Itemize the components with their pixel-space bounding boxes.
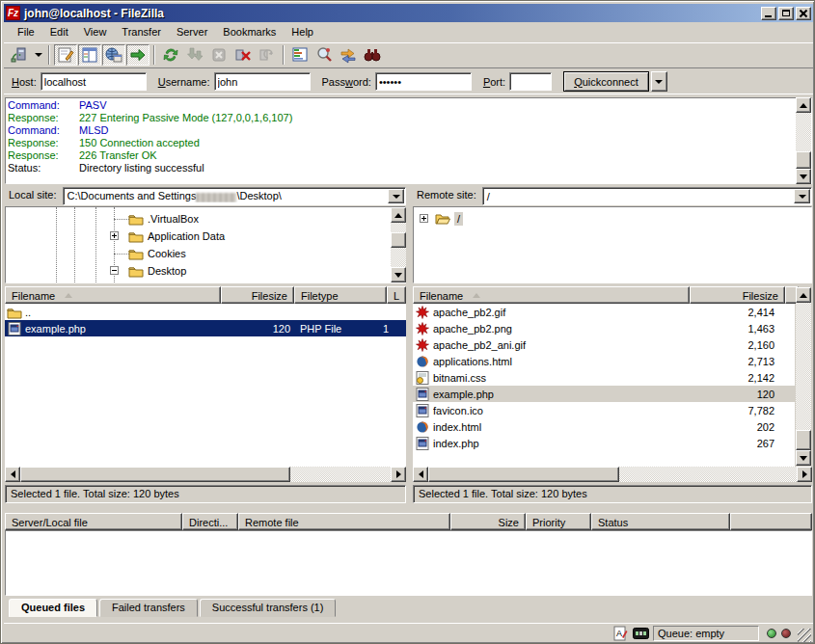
remote-file-row[interactable]: apache_pb2_ani.gif 2,160	[413, 336, 795, 353]
tree-item-cookies[interactable]: Cookies	[6, 245, 405, 262]
menu-bookmarks[interactable]: Bookmarks	[215, 24, 284, 40]
queue-tabs: Queued files Failed transfers Successful…	[5, 598, 812, 617]
refresh-button[interactable]	[159, 44, 182, 66]
scroll-right-button[interactable]	[797, 467, 812, 482]
username-input[interactable]	[214, 72, 311, 91]
directory-comparison-icon	[315, 46, 333, 64]
remote-file-row-selected[interactable]: example.php 120	[413, 386, 795, 402]
toggle-message-log-button[interactable]	[54, 44, 77, 66]
scrollbar-thumb[interactable]	[796, 151, 811, 169]
remote-file-row[interactable]: favicon.ico 7,782	[413, 402, 795, 418]
remote-file-row[interactable]: index.php 267	[413, 435, 795, 451]
remote-file-row[interactable]: applications.html 2,713	[413, 353, 795, 369]
close-button[interactable]	[796, 7, 811, 20]
menu-help[interactable]: Help	[284, 24, 321, 40]
directory-comparison-button[interactable]	[312, 44, 336, 66]
toggle-remote-tree-button[interactable]	[102, 44, 125, 66]
scroll-down-button[interactable]	[796, 450, 811, 466]
tab-failed-transfers[interactable]: Failed transfers	[99, 599, 198, 617]
log-scrollbar[interactable]	[796, 97, 811, 184]
expand-icon[interactable]	[420, 214, 428, 223]
scrollbar-thumb[interactable]	[20, 467, 290, 482]
reconnect-button[interactable]	[256, 44, 279, 66]
toggle-transfer-queue-button[interactable]	[126, 44, 149, 66]
column-header-filename[interactable]: Filename	[5, 286, 221, 304]
transfer-queue-list[interactable]	[5, 530, 812, 596]
file-name: example.php	[433, 388, 686, 400]
local-file-list: .. example.php 120 PHP File 1	[5, 304, 406, 467]
remote-site-combobox[interactable]: /	[482, 187, 812, 205]
local-site-combobox[interactable]: C:\Documents and Settings\Desktop\	[63, 187, 406, 205]
transfer-type-indicator[interactable]: A	[612, 626, 629, 641]
scrollbar-thumb[interactable]	[428, 467, 619, 482]
scroll-up-button[interactable]	[391, 207, 406, 223]
column-header-priority[interactable]: Priority	[526, 513, 591, 530]
resize-grip-icon[interactable]	[798, 629, 811, 642]
cancel-operation-button[interactable]	[207, 44, 231, 66]
quickconnect-button[interactable]: Quickconnect	[563, 71, 649, 92]
expand-icon[interactable]	[110, 231, 119, 240]
tree-item-root[interactable]: /	[414, 210, 811, 228]
column-header-last-modified[interactable]: L	[387, 286, 406, 304]
scroll-down-button[interactable]	[391, 267, 406, 282]
tab-successful-transfers[interactable]: Successful transfers (1)	[200, 599, 337, 617]
remote-list-hscrollbar[interactable]	[413, 467, 812, 482]
menu-transfer[interactable]: Transfer	[114, 24, 169, 40]
column-header-filetype[interactable]: Filetype	[294, 286, 387, 304]
remote-file-row[interactable]: bitnami.css 2,142	[413, 369, 795, 386]
filezilla-window: Fz john@localhost - FileZilla File Edit …	[0, 0, 815, 644]
maximize-button[interactable]	[778, 7, 794, 20]
remote-file-row[interactable]: apache_pb2.png 1,463	[413, 320, 795, 336]
collapse-icon[interactable]	[110, 266, 119, 275]
synchronized-browsing-button[interactable]	[337, 44, 360, 66]
toggle-local-tree-button[interactable]	[78, 44, 101, 66]
tree-item-virtualbox[interactable]: .VirtualBox	[6, 210, 405, 228]
minimize-button[interactable]	[761, 7, 776, 20]
local-list-hscrollbar[interactable]	[5, 467, 406, 482]
scroll-up-button[interactable]	[796, 287, 811, 303]
scroll-up-button[interactable]	[796, 97, 811, 113]
remote-list-scrollbar[interactable]	[796, 287, 811, 466]
local-file-row-example-php[interactable]: example.php 120 PHP File 1	[5, 320, 406, 336]
host-input[interactable]	[41, 72, 147, 91]
remote-site-dropdown-button[interactable]	[794, 189, 810, 203]
local-tree-scrollbar[interactable]	[391, 207, 406, 282]
scroll-left-button[interactable]	[5, 467, 20, 482]
remote-file-row[interactable]: apache_pb2.gif 2,414	[413, 304, 795, 320]
scrollbar-thumb[interactable]	[796, 430, 811, 450]
menu-file[interactable]: File	[10, 24, 42, 40]
menu-view[interactable]: View	[76, 24, 115, 40]
scroll-down-button[interactable]	[796, 169, 811, 184]
column-header-status[interactable]: Status	[591, 513, 730, 530]
remote-file-row[interactable]: index.html 202	[413, 418, 795, 435]
local-site-dropdown-button[interactable]	[388, 189, 404, 203]
column-header-filename[interactable]: Filename	[413, 286, 690, 304]
column-header-filesize[interactable]: Filesize	[221, 286, 294, 304]
find-files-button[interactable]	[361, 44, 384, 66]
menu-edit[interactable]: Edit	[42, 24, 76, 40]
directory-listing-filters-button[interactable]	[288, 44, 312, 66]
tab-queued-files[interactable]: Queued files	[9, 599, 97, 617]
quickconnect-dropdown[interactable]	[651, 71, 667, 92]
column-header-remote-file[interactable]: Remote file	[238, 513, 450, 530]
disconnect-button[interactable]	[231, 44, 255, 66]
scroll-right-button[interactable]	[391, 467, 406, 482]
menu-server[interactable]: Server	[169, 24, 215, 40]
tree-item-application-data[interactable]: Application Data	[6, 228, 405, 245]
speed-limit-indicator[interactable]	[633, 626, 649, 641]
tree-item-desktop[interactable]: Desktop	[6, 262, 405, 280]
password-input[interactable]	[375, 72, 472, 91]
scroll-left-button[interactable]	[413, 467, 428, 482]
column-header-size[interactable]: Size	[450, 513, 526, 530]
site-manager-button[interactable]	[8, 44, 31, 66]
site-manager-dropdown[interactable]	[32, 44, 44, 66]
column-header-server-local-file[interactable]: Server/Local file	[5, 513, 182, 530]
column-header-direction[interactable]: Directi...	[182, 513, 238, 530]
column-header-filesize[interactable]: Filesize	[690, 286, 785, 304]
local-file-row-parent[interactable]: ..	[5, 304, 406, 320]
scrollbar-thumb[interactable]	[391, 232, 406, 248]
title-bar[interactable]: Fz john@localhost - FileZilla	[4, 4, 813, 22]
filezilla-app-icon[interactable]: Fz	[6, 6, 20, 20]
process-queue-button[interactable]	[183, 44, 206, 66]
port-input[interactable]	[509, 72, 552, 91]
